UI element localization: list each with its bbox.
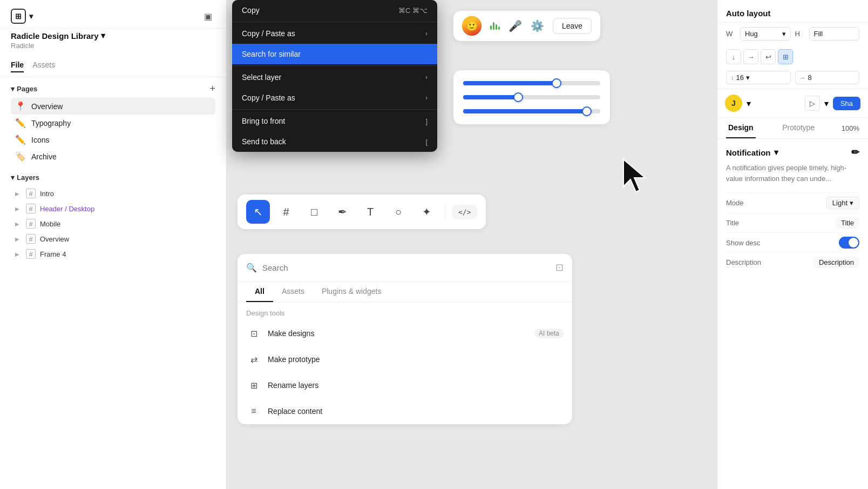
tab-design[interactable]: Design (726, 118, 756, 138)
slider-thumb-3[interactable] (582, 106, 592, 116)
zoom-percent: 100% (842, 124, 859, 132)
search-result-make-prototype[interactable]: ⇄ Make prototype (238, 346, 572, 372)
description-value[interactable]: Description (813, 257, 859, 268)
layer-item-overview[interactable]: ▶ # Overview (11, 231, 215, 246)
rp-design-tabs: Design Prototype 100% (717, 118, 868, 139)
menu-item-copy[interactable]: Copy ⌘C ⌘⌥ (232, 0, 437, 21)
tool-frame[interactable]: # (274, 200, 298, 224)
slider-row-1 (463, 81, 600, 85)
rp-actions: ▷ ▾ Sha (805, 96, 860, 111)
mode-row: Mode Light ▾ (726, 192, 859, 213)
sidebar-logo[interactable]: ⊞ ▾ (11, 9, 33, 24)
search-tab-plugins[interactable]: Plugins & widgets (313, 287, 390, 302)
tool-pen[interactable]: ✒ (330, 200, 354, 224)
leave-button[interactable]: Leave (553, 18, 592, 34)
slider-fill-3 (463, 109, 587, 113)
height-select[interactable]: Fill (809, 27, 860, 41)
search-result-replace-content[interactable]: ≡ Replace content (238, 398, 572, 424)
menu-item-copy-paste-as-bottom[interactable]: Copy / Paste as › (232, 88, 437, 108)
play-button[interactable]: ▷ (805, 96, 820, 111)
edit-icon[interactable]: ✏ (851, 146, 859, 158)
layer-item-mobile[interactable]: ▶ # Mobile (11, 216, 215, 231)
settings-icon[interactable]: ⚙️ (531, 19, 544, 32)
dir-down[interactable]: ↓ (726, 49, 741, 64)
slider-row-3 (463, 109, 600, 113)
slider-thumb-1[interactable] (552, 78, 561, 88)
submenu-arrow: › (425, 30, 428, 37)
search-result-make-designs[interactable]: ⊡ Make designs AI beta (238, 320, 572, 346)
layer-item-intro[interactable]: ▶ # Intro (11, 186, 215, 201)
microphone-icon[interactable]: 🎤 (508, 19, 522, 32)
layer-chevron: ▶ (15, 221, 22, 227)
share-button[interactable]: Sha (833, 97, 860, 110)
slider-track-1[interactable] (463, 81, 600, 85)
rp-user-row: J ▾ ▷ ▾ Sha (717, 89, 868, 118)
pages-section-title: ▾ Pages (11, 85, 37, 93)
user-info: J ▾ (725, 95, 751, 112)
tab-prototype[interactable]: Prototype (780, 118, 817, 138)
dir-align[interactable]: ⊞ (778, 49, 793, 64)
add-page-button[interactable]: + (209, 84, 215, 93)
user-avatar: J (725, 95, 742, 112)
auto-layout-section: Auto layout W Hug ▾ H Fill ↓ → ↩ ⊞ ↕ 16 (717, 0, 868, 89)
project-name[interactable]: Radicle Design Library ▾ (11, 31, 215, 41)
mode-label: Mode (726, 199, 744, 207)
cursor-arrow (621, 157, 653, 195)
avatar-image: 🙂 (462, 16, 482, 36)
right-panel: Auto layout W Hug ▾ H Fill ↓ → ↩ ⊞ ↕ 16 (717, 0, 868, 489)
notification-desc: A notification gives people timely, high… (726, 163, 859, 184)
tool-select[interactable]: ↖ (246, 200, 270, 224)
expand-search-icon[interactable]: ⊡ (555, 262, 564, 273)
slider-track-3[interactable] (463, 109, 600, 113)
audio-bar (493, 22, 494, 30)
layers-section-title: ▾ Layers (11, 173, 39, 182)
menu-item-send-back[interactable]: Send to back [ (232, 131, 437, 152)
page-item-overview[interactable]: 📍 Overview (11, 98, 215, 115)
layer-chevron: ▶ (15, 236, 22, 242)
dir-right[interactable]: → (743, 49, 758, 64)
mode-select[interactable]: Light ▾ (826, 197, 859, 209)
tab-assets[interactable]: Assets (32, 61, 55, 72)
slider-track-2[interactable] (463, 95, 600, 99)
search-input[interactable] (262, 263, 550, 272)
layer-item-header-desktop[interactable]: ▶ # Header / Desktop (11, 201, 215, 216)
svg-marker-0 (623, 159, 645, 192)
page-item-icons[interactable]: ✏️ Icons (11, 131, 215, 148)
gap-input[interactable]: ↕ 16 ▾ (726, 71, 791, 84)
title-value[interactable]: Title (836, 217, 859, 229)
padding-input[interactable]: ↔ 8 (795, 71, 860, 84)
gap-icon: ↕ (731, 75, 734, 81)
layer-item-frame4[interactable]: ▶ # Frame 4 (11, 246, 215, 262)
tab-file[interactable]: File (11, 61, 24, 72)
project-subtitle: Radicle (11, 42, 215, 50)
height-label: H (795, 30, 805, 38)
search-tab-assets[interactable]: Assets (273, 287, 313, 302)
menu-item-copy-paste-as-top[interactable]: Copy / Paste as › (232, 23, 437, 44)
width-select[interactable]: Hug ▾ (740, 27, 791, 41)
menu-item-bring-front[interactable]: Bring to front ] (232, 111, 437, 131)
menu-item-select-layer[interactable]: Select layer › (232, 67, 437, 88)
page-item-typography[interactable]: ✏️ Typography (11, 115, 215, 131)
search-result-rename-layers[interactable]: ⊞ Rename layers (238, 372, 572, 398)
pages-section: ▾ Pages + 📍 Overview ✏️ Typography ✏️ Ic… (0, 77, 226, 167)
menu-item-search-similar[interactable]: Search for similar (232, 44, 437, 64)
sliders-panel (453, 70, 610, 124)
meeting-bar: 🙂 🎤 ⚙️ Leave (453, 11, 600, 41)
direction-row: ↓ → ↩ ⊞ (717, 45, 868, 69)
tool-code[interactable]: </> (452, 205, 477, 219)
layout-toggle-icon[interactable]: ▣ (200, 9, 215, 24)
show-desc-toggle[interactable] (839, 237, 859, 249)
tool-ellipse[interactable]: ○ (386, 200, 410, 224)
tool-component[interactable]: ✦ (415, 200, 438, 224)
tool-text[interactable]: T (358, 200, 382, 224)
description-label: Description (726, 258, 761, 266)
slider-thumb-2[interactable] (513, 92, 523, 102)
search-tab-all[interactable]: All (246, 287, 273, 302)
toolbar-divider (445, 203, 445, 220)
page-item-archive[interactable]: 🏷️ Archive (11, 148, 215, 165)
search-panel: 🔍 ⊡ All Assets Plugins & widgets Design … (238, 254, 572, 424)
auto-layout-wh-row: W Hug ▾ H Fill (717, 23, 868, 45)
dir-wrap[interactable]: ↩ (761, 49, 776, 64)
search-bar: 🔍 ⊡ (238, 262, 572, 282)
tool-rectangle[interactable]: □ (302, 200, 326, 224)
